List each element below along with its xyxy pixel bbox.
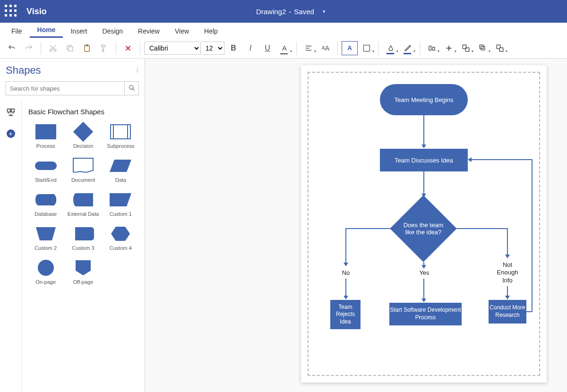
shape-start-end[interactable]: Start/End [28, 157, 63, 183]
tab-design[interactable]: Design [94, 25, 130, 38]
tab-file[interactable]: File [4, 25, 30, 38]
undo-button[interactable] [4, 41, 20, 55]
underline-button[interactable]: U [259, 41, 275, 55]
arrange-align-button[interactable]: ▾ [424, 41, 440, 55]
titlebar: Visio Drawing2 - Saved ▼ [0, 0, 567, 23]
shape-outline-button[interactable]: ▾ [400, 41, 416, 55]
shape-custom-4[interactable]: Custom 4 [103, 225, 138, 251]
app-name: Visio [26, 7, 47, 17]
svg-marker-19 [110, 193, 131, 206]
delete-button[interactable] [120, 41, 136, 55]
connector[interactable] [423, 279, 424, 299]
stencil-icon[interactable] [6, 108, 16, 118]
separator [116, 42, 116, 55]
node-discuss[interactable]: Team Discusses Idea [380, 149, 468, 171]
shape-fill-button[interactable]: ▾ [383, 41, 399, 55]
connector[interactable] [507, 228, 508, 256]
shape-grid: Process Decision Subprocess Start/End Do… [28, 123, 138, 285]
paste-button[interactable] [79, 41, 95, 55]
arrow-down-icon [421, 298, 426, 302]
connector[interactable] [532, 159, 533, 312]
fill-color-button[interactable]: ▾ [359, 41, 375, 55]
font-color-button[interactable]: A▾ [276, 41, 292, 55]
arrow-down-icon [344, 263, 348, 266]
text-size-button[interactable]: AA [318, 41, 334, 55]
shape-decision[interactable]: Decision [66, 123, 100, 149]
chevron-down-icon[interactable]: ▼ [322, 9, 326, 14]
group-button[interactable]: ▾ [458, 41, 474, 55]
text-tool-button[interactable]: A [342, 41, 358, 55]
shape-database[interactable]: Database [28, 191, 63, 217]
collapse-panel-icon[interactable]: 〈 [133, 66, 139, 75]
svg-point-18 [50, 194, 56, 205]
arrow-down-icon [421, 145, 426, 148]
connector[interactable] [345, 228, 346, 264]
arrow-down-icon [505, 296, 510, 299]
connector[interactable] [345, 279, 346, 297]
separator [337, 42, 338, 55]
shape-subprocess[interactable]: Subprocess [103, 123, 138, 149]
connector[interactable] [471, 159, 532, 160]
drawing-page[interactable]: Team Meeting Begins Team Discusses Idea … [301, 65, 547, 383]
shape-on-page[interactable]: On-page [28, 259, 63, 285]
shape-search [6, 81, 139, 95]
connector[interactable] [423, 171, 424, 195]
bring-front-button[interactable]: ▾ [475, 41, 491, 55]
shape-process[interactable]: Process [28, 123, 63, 149]
copy-button[interactable] [62, 41, 78, 55]
node-start-dev[interactable]: Start Software Development Process [389, 303, 462, 325]
connector[interactable] [456, 228, 508, 229]
shape-custom-2[interactable]: Custom 2 [28, 225, 63, 251]
italic-button[interactable]: I [242, 41, 258, 55]
bold-button[interactable]: B [225, 41, 241, 55]
redo-button[interactable] [21, 41, 37, 55]
ribbon-tabs: File Home Insert Design Review View Help [0, 23, 567, 38]
cut-button[interactable] [45, 41, 61, 55]
search-button[interactable] [124, 82, 138, 95]
send-back-button[interactable]: ▾ [492, 41, 508, 55]
tab-insert[interactable]: Insert [63, 25, 94, 38]
svg-rect-13 [499, 48, 503, 51]
align-button[interactable]: ▾ [301, 41, 317, 55]
node-reject[interactable]: Team Rejects Idea [330, 300, 361, 329]
label-no: No [340, 269, 352, 276]
add-stencil-button[interactable]: + [7, 129, 15, 138]
format-painter-button[interactable] [96, 41, 112, 55]
node-start[interactable]: Team Meeting Begins [380, 84, 468, 115]
arrow-down-icon [421, 265, 426, 269]
canvas[interactable]: Team Meeting Begins Team Discusses Idea … [145, 59, 567, 392]
separator [140, 42, 140, 55]
tab-home[interactable]: Home [30, 23, 63, 38]
connector[interactable] [345, 228, 390, 229]
arrow-down-icon [505, 255, 510, 258]
shape-document[interactable]: Document [66, 157, 100, 183]
shape-custom-1[interactable]: Custom 1 [103, 191, 138, 217]
connector[interactable] [507, 286, 508, 297]
label-more-info: Not Enough Info [495, 261, 520, 284]
tab-review[interactable]: Review [130, 25, 167, 38]
tab-view[interactable]: View [167, 25, 197, 38]
arrow-left-icon [468, 157, 472, 162]
main-area: Shapes 〈 + Basic Flowchart Shapes Pro [0, 59, 567, 392]
search-input[interactable] [6, 82, 124, 95]
shapes-panel-title: Shapes [6, 64, 41, 77]
separator [41, 42, 41, 55]
shape-off-page[interactable]: Off-page [66, 259, 100, 285]
position-button[interactable]: ▾ [441, 41, 457, 55]
font-size-select[interactable]: 12 [202, 42, 224, 55]
svg-rect-4 [86, 44, 88, 46]
tab-help[interactable]: Help [197, 25, 225, 38]
connector[interactable] [423, 115, 424, 145]
svg-point-0 [50, 49, 52, 51]
svg-rect-5 [429, 46, 431, 50]
shape-custom-3[interactable]: Custom 3 [66, 225, 100, 251]
font-family-select[interactable]: Calibri [144, 42, 201, 55]
shape-data[interactable]: Data [103, 157, 138, 183]
document-title[interactable]: Drawing2 - Saved ▼ [47, 8, 536, 16]
document-status: Saved [294, 8, 314, 16]
app-launcher-icon[interactable] [5, 5, 18, 18]
node-research[interactable]: Conduct More Research [489, 300, 526, 324]
shape-external-data[interactable]: External Data [66, 191, 100, 217]
svg-marker-17 [110, 160, 131, 172]
shape-rail: + [0, 100, 22, 392]
